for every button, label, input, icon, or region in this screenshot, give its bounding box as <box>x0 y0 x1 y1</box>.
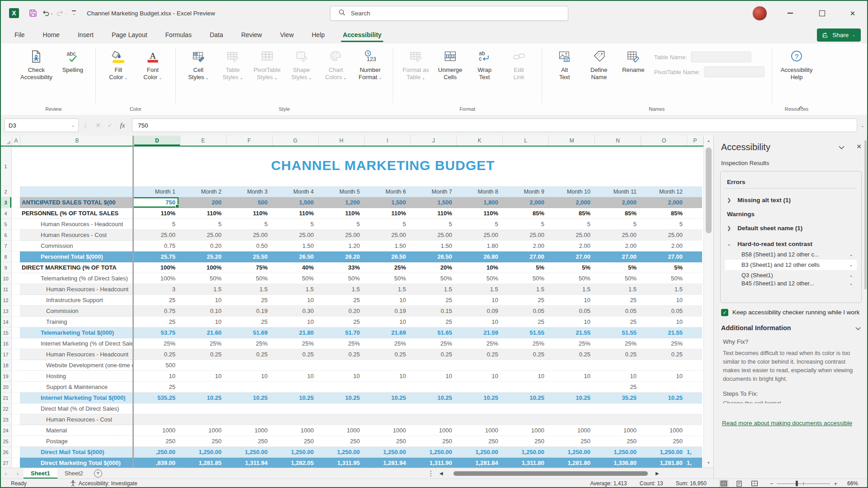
column-header-G[interactable]: G <box>273 136 319 146</box>
cell[interactable]: 1.5 <box>225 284 271 295</box>
formula-bar-drag-dots[interactable]: ⋮ <box>82 122 89 129</box>
keep-running-checkbox[interactable]: ✓ Keep accessibility checker running whi… <box>721 308 861 317</box>
cell[interactable]: 1.5 <box>640 284 686 295</box>
cell[interactable]: 5 <box>594 219 640 230</box>
cell[interactable]: 25.00 <box>455 230 501 241</box>
cell-clipped[interactable] <box>686 262 702 273</box>
cell[interactable]: 0.25 <box>501 349 547 360</box>
column-header-O[interactable]: O <box>641 136 687 146</box>
cell[interactable]: 10 <box>132 371 179 382</box>
cell[interactable]: 535.25 <box>132 393 179 403</box>
cell[interactable]: 1,250.00 <box>363 447 409 458</box>
cell-clipped[interactable] <box>686 241 702 251</box>
cell-clipped[interactable] <box>686 208 702 219</box>
cell[interactable]: 1000 <box>179 425 225 436</box>
cell[interactable]: 5 <box>179 219 225 230</box>
cell[interactable]: 5 <box>547 219 594 230</box>
row-header-23[interactable]: 23 <box>0 414 12 425</box>
cell[interactable]: 25% <box>363 262 409 273</box>
cell[interactable]: 25 <box>594 295 640 306</box>
cell[interactable]: 1000 <box>455 425 501 436</box>
cell[interactable]: 10 <box>594 371 640 382</box>
cell[interactable]: 25 <box>132 317 179 327</box>
cell[interactable]: 21.55 <box>640 327 686 338</box>
cell[interactable]: 1,281.80 <box>547 458 594 468</box>
cell[interactable] <box>225 414 271 425</box>
cell[interactable]: 1000 <box>640 425 686 436</box>
cell[interactable]: 10 <box>179 295 225 306</box>
zoom-level[interactable]: 66% <box>844 480 858 487</box>
cell[interactable]: 0.20 <box>179 241 225 251</box>
tab-insert[interactable]: Insert <box>77 28 94 41</box>
cell-label[interactable]: DIRECT MARKETING (% OF TOTA <box>20 262 132 273</box>
cell-clipped[interactable] <box>686 393 702 403</box>
cell[interactable]: 2.00 <box>594 241 640 251</box>
name-box[interactable]: D3⌄ <box>5 118 79 132</box>
cell[interactable]: 21.80 <box>271 327 317 338</box>
cell[interactable] <box>179 403 225 414</box>
tab-help[interactable]: Help <box>311 28 326 41</box>
cell[interactable]: 10 <box>271 371 317 382</box>
cell-label[interactable]: Hosting <box>20 371 132 382</box>
minimize-button[interactable] <box>780 0 801 26</box>
cell[interactable] <box>547 403 594 414</box>
cell[interactable] <box>363 414 409 425</box>
vertical-scrollbar[interactable]: ▲ ▼ <box>703 136 713 468</box>
cell[interactable]: 1,250.00 <box>501 447 547 458</box>
cell[interactable] <box>501 414 547 425</box>
cell[interactable]: 1,250.00 <box>455 447 501 458</box>
cell-label[interactable]: Infrastructure Support <box>20 295 132 306</box>
cell[interactable] <box>455 403 501 414</box>
cell[interactable]: 0.75 <box>132 306 179 317</box>
cell[interactable]: 50% <box>363 273 409 284</box>
cell[interactable]: 26.50 <box>409 251 455 262</box>
cell[interactable] <box>317 360 363 371</box>
cell[interactable]: 25 <box>225 295 271 306</box>
cell-clipped[interactable] <box>686 230 702 241</box>
cell[interactable]: 50% <box>501 273 547 284</box>
page-layout-view-icon[interactable] <box>735 480 744 488</box>
cell[interactable]: 25 <box>132 382 179 393</box>
contrast-item-2[interactable]: Q3 (Sheet1)⌄ <box>725 270 857 280</box>
cell[interactable] <box>501 360 547 371</box>
horizontal-scrollbar-thumb[interactable] <box>453 471 648 476</box>
cell[interactable]: 25.00 <box>363 230 409 241</box>
cell[interactable] <box>225 382 271 393</box>
cell[interactable] <box>317 414 363 425</box>
ribbon-button-cellstyles[interactable]: CellStyles ⌄ <box>181 46 216 84</box>
cell[interactable]: 1000 <box>409 425 455 436</box>
customize-qat-button[interactable]: ⌄ <box>71 10 77 16</box>
cell[interactable]: 50% <box>547 273 594 284</box>
cell[interactable]: 1,311.90 <box>409 458 455 468</box>
cell[interactable]: 26.80 <box>455 251 501 262</box>
cell[interactable]: 25 <box>501 317 547 327</box>
cell[interactable]: 1,250.00 <box>225 447 271 458</box>
zoom-out-icon[interactable]: − <box>770 480 774 487</box>
cell[interactable] <box>594 414 640 425</box>
cell[interactable]: 1,800 <box>455 197 501 208</box>
warning-item-default-sheet-name[interactable]: ❯ Default sheet name (1) <box>725 220 857 236</box>
cell[interactable]: 53.75 <box>132 327 179 338</box>
cell[interactable] <box>132 403 179 414</box>
cell[interactable]: 250 <box>179 436 225 447</box>
cell[interactable]: 25 <box>594 317 640 327</box>
column-header-P[interactable]: P <box>687 136 703 146</box>
share-button[interactable]: Share ⌄ <box>817 28 861 42</box>
cell[interactable] <box>501 382 547 393</box>
row-header-24[interactable]: 24 <box>0 425 12 436</box>
cell[interactable]: 2,000 <box>547 197 594 208</box>
cell[interactable] <box>594 360 640 371</box>
page-break-preview-icon[interactable] <box>750 480 759 488</box>
cell[interactable]: 250 <box>317 436 363 447</box>
cell[interactable]: 0.05 <box>501 306 547 317</box>
tab-home[interactable]: Home <box>42 28 61 41</box>
cell[interactable]: 110% <box>409 208 455 219</box>
cell[interactable]: 0.19 <box>363 306 409 317</box>
cell[interactable]: 25.00 <box>594 230 640 241</box>
cell[interactable]: 10.25 <box>455 393 501 403</box>
zoom-slider[interactable]: − + <box>770 480 837 487</box>
cell[interactable]: 51.55 <box>501 327 547 338</box>
cell-clipped[interactable] <box>686 273 702 284</box>
cell[interactable]: 10 <box>640 371 686 382</box>
cell[interactable]: 5% <box>547 262 594 273</box>
